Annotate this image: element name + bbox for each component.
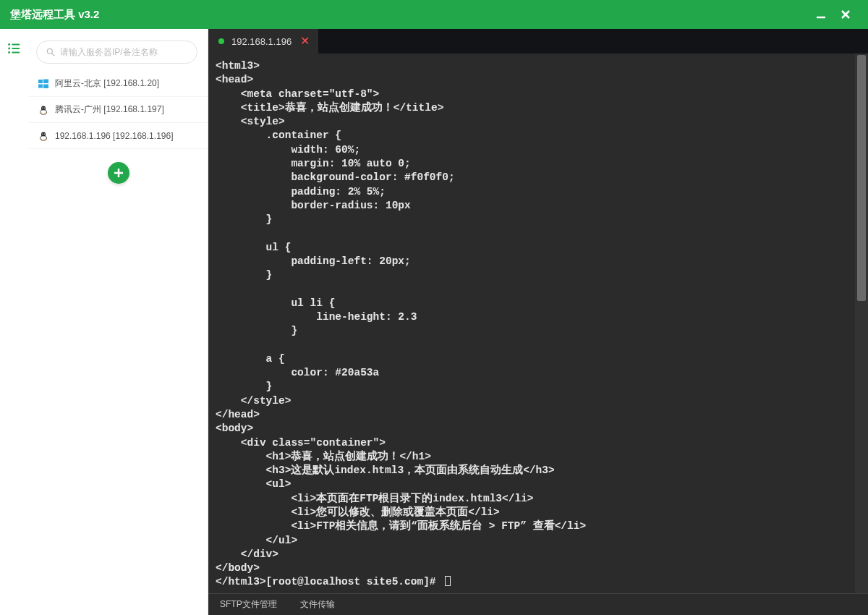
main-area: 192.168.1.196 ✕ <html3> <head> <meta cha… [208,29,868,615]
sidebar: 阿里云-北京 [192.168.1.20] 腾讯云-广州 [192.168.1.… [29,29,208,615]
svg-point-22 [44,133,45,134]
tab-file-transfer[interactable]: 文件传输 [289,594,346,615]
gutter [0,29,29,615]
list-icon [7,41,22,56]
search-icon [46,47,56,57]
server-item-label: 192.168.1.196 [192.168.1.196] [55,131,173,141]
svg-rect-11 [38,80,43,83]
close-icon [841,9,851,20]
server-item[interactable]: 阿里云-北京 [192.168.1.20] [29,71,208,97]
server-item[interactable]: 腾讯云-广州 [192.168.1.197] [29,97,208,123]
server-list: 阿里云-北京 [192.168.1.20] 腾讯云-广州 [192.168.1.… [29,71,208,149]
svg-point-16 [41,109,47,114]
windows-icon [38,78,49,90]
status-dot-icon [218,38,224,44]
minimize-button[interactable] [809,0,833,29]
session-tab[interactable]: 192.168.1.196 ✕ [208,29,319,54]
tab-sftp-manager[interactable]: SFTP文件管理 [208,594,289,615]
svg-line-10 [52,54,55,56]
svg-rect-4 [12,43,20,45]
svg-rect-13 [38,84,43,88]
session-tabstrip: 192.168.1.196 ✕ [208,29,868,54]
svg-point-20 [41,135,47,140]
terminal-output[interactable]: <html3> <head> <meta charset="utf-8"> <t… [208,54,855,593]
titlebar: 堡塔远程工具 v3.2 [0,0,868,29]
svg-point-3 [8,43,10,46]
svg-point-21 [42,133,43,134]
svg-rect-8 [12,51,20,53]
session-tab-close[interactable]: ✕ [299,35,311,47]
session-tab-label: 192.168.1.196 [231,36,292,47]
add-server-button[interactable] [108,162,129,184]
plus-icon [113,167,124,179]
svg-rect-12 [43,79,48,83]
minimize-icon [816,9,826,20]
close-window-button[interactable] [833,0,858,29]
svg-rect-14 [43,84,48,88]
svg-point-18 [44,107,45,108]
server-search[interactable] [36,41,197,64]
server-list-toggle[interactable] [7,41,22,56]
svg-point-7 [8,51,10,54]
svg-point-9 [47,48,52,54]
server-item-label: 腾讯云-广州 [192.168.1.197] [55,103,164,116]
svg-point-17 [42,107,43,108]
server-item-label: 阿里云-北京 [192.168.1.20] [55,77,159,90]
server-search-input[interactable] [60,47,188,57]
scrollbar-thumb[interactable] [857,55,866,301]
linux-icon [38,130,49,142]
app-title: 堡塔远程工具 v3.2 [10,8,809,22]
bottom-panel-tabs: SFTP文件管理 文件传输 [208,593,868,615]
linux-icon [38,104,49,116]
svg-rect-6 [12,48,20,49]
server-item[interactable]: 192.168.1.196 [192.168.1.196] [29,123,208,149]
terminal-cursor [445,576,451,586]
terminal-scrollbar[interactable] [855,54,868,593]
svg-point-5 [8,48,10,50]
